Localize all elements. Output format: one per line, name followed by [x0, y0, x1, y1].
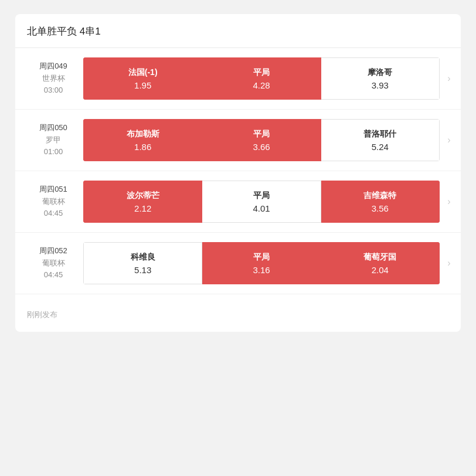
match-league: 罗甲: [27, 134, 80, 147]
home-odds-cell[interactable]: 科维良 5.13: [83, 242, 202, 284]
away-odds-val: 3.93: [372, 80, 389, 90]
home-odds-val: 1.95: [134, 80, 151, 90]
page-title: 北单胜平负 4串1: [27, 26, 101, 37]
match-league: 葡联杯: [27, 257, 80, 270]
home-team-name: 布加勒斯: [127, 129, 159, 140]
draw-odds-val: 3.16: [253, 265, 270, 275]
home-odds-val: 1.86: [134, 142, 151, 152]
match-id: 周四050: [27, 122, 80, 134]
match-id: 周四049: [27, 60, 80, 73]
draw-label: 平局: [253, 252, 270, 263]
draw-label: 平局: [253, 129, 270, 140]
match-info: 周四049 世界杯 03:00: [27, 60, 80, 97]
away-odds-val: 2.04: [372, 265, 389, 275]
draw-odds-cell[interactable]: 平局 3.16: [202, 242, 321, 284]
odds-group: 科维良 5.13 平局 3.16 葡萄牙国 2.04: [83, 242, 440, 284]
match-time: 03:00: [27, 84, 80, 97]
away-odds-val: 3.56: [372, 203, 389, 213]
odds-group: 法国(-1) 1.95 平局 4.28 摩洛哥 3.93: [83, 57, 440, 100]
match-row: 周四051 葡联杯 04:45 波尔蒂芒 2.12 平局 4.01 吉维森特 3…: [15, 171, 461, 233]
home-team-name: 波尔蒂芒: [127, 191, 159, 201]
away-team-name: 葡萄牙国: [363, 252, 396, 263]
match-time: 04:45: [27, 208, 80, 220]
away-team-name: 摩洛哥: [368, 67, 392, 78]
chevron-right-icon[interactable]: ›: [443, 135, 455, 145]
draw-odds-val: 4.01: [253, 203, 270, 213]
match-league: 世界杯: [27, 73, 80, 85]
draw-label: 平局: [253, 191, 270, 201]
header: 北单胜平负 4串1: [15, 14, 461, 48]
match-row: 周四049 世界杯 03:00 法国(-1) 1.95 平局 4.28 摩洛哥 …: [15, 48, 461, 110]
main-container: 北单胜平负 4串1 周四049 世界杯 03:00 法国(-1) 1.95 平局…: [15, 14, 461, 332]
home-odds-val: 5.13: [134, 265, 151, 275]
match-info: 周四052 葡联杯 04:45: [27, 245, 80, 281]
match-info: 周四050 罗甲 01:00: [27, 122, 80, 158]
match-row: 周四052 葡联杯 04:45 科维良 5.13 平局 3.16 葡萄牙国 2.…: [15, 233, 461, 294]
away-team-name: 普洛耶什: [363, 129, 396, 140]
home-team-name: 法国(-1): [128, 67, 158, 78]
away-odds-cell[interactable]: 普洛耶什 5.24: [321, 119, 440, 161]
away-odds-val: 5.24: [372, 142, 389, 152]
home-odds-cell[interactable]: 波尔蒂芒 2.12: [83, 181, 202, 223]
home-odds-cell[interactable]: 法国(-1) 1.95: [83, 57, 202, 100]
draw-odds-cell[interactable]: 平局 4.01: [202, 181, 321, 223]
match-info: 周四051 葡联杯 04:45: [27, 183, 80, 220]
match-row: 周四050 罗甲 01:00 布加勒斯 1.86 平局 3.66 普洛耶什 5.…: [15, 110, 461, 171]
match-id: 周四051: [27, 183, 80, 196]
odds-group: 布加勒斯 1.86 平局 3.66 普洛耶什 5.24: [83, 119, 440, 161]
home-team-name: 科维良: [131, 252, 155, 263]
away-team-name: 吉维森特: [363, 191, 396, 201]
footer-text: 刚刚发布: [15, 300, 461, 332]
home-odds-cell[interactable]: 布加勒斯 1.86: [83, 119, 202, 161]
home-odds-val: 2.12: [134, 203, 151, 213]
away-odds-cell[interactable]: 摩洛哥 3.93: [321, 57, 440, 100]
match-time: 04:45: [27, 269, 80, 281]
odds-group: 波尔蒂芒 2.12 平局 4.01 吉维森特 3.56: [83, 181, 440, 223]
draw-odds-cell[interactable]: 平局 4.28: [202, 57, 321, 100]
chevron-right-icon[interactable]: ›: [443, 258, 455, 268]
match-league: 葡联杯: [27, 196, 80, 208]
match-id: 周四052: [27, 245, 80, 257]
draw-odds-val: 3.66: [253, 142, 270, 152]
draw-odds-cell[interactable]: 平局 3.66: [202, 119, 321, 161]
away-odds-cell[interactable]: 葡萄牙国 2.04: [321, 242, 440, 284]
match-time: 01:00: [27, 146, 80, 158]
match-list: 周四049 世界杯 03:00 法国(-1) 1.95 平局 4.28 摩洛哥 …: [15, 48, 461, 300]
draw-odds-val: 4.28: [253, 80, 270, 90]
chevron-right-icon[interactable]: ›: [443, 73, 455, 84]
away-odds-cell[interactable]: 吉维森特 3.56: [321, 181, 440, 223]
draw-label: 平局: [253, 67, 270, 78]
chevron-right-icon[interactable]: ›: [443, 196, 455, 207]
